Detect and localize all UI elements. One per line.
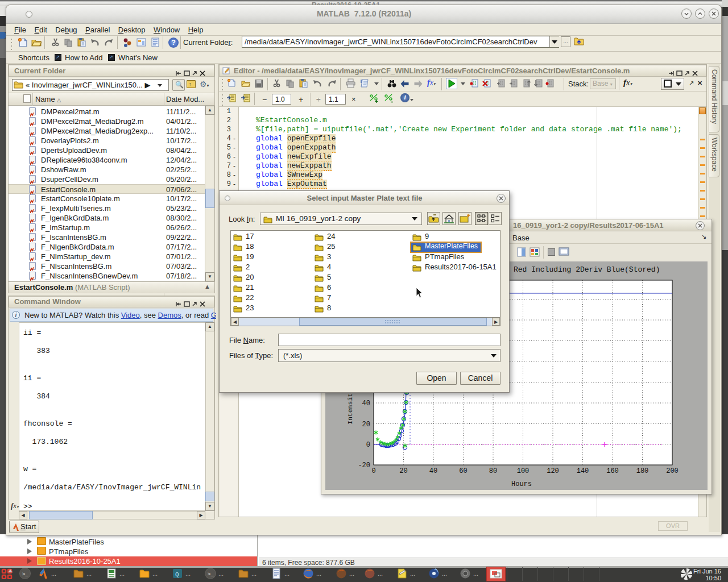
svg-text:140: 140 xyxy=(577,467,589,475)
svg-text:>_: >_ xyxy=(22,572,28,577)
svg-text:180: 180 xyxy=(636,467,649,475)
svg-text:200: 200 xyxy=(666,467,679,475)
svg-text:-20: -20 xyxy=(358,462,370,469)
svg-text:40: 40 xyxy=(429,467,437,475)
svg-text:Q: Q xyxy=(175,571,179,578)
svg-text:0: 0 xyxy=(366,441,370,449)
svg-text:40: 40 xyxy=(362,400,370,408)
svg-text:20: 20 xyxy=(399,467,407,475)
svg-text:100: 100 xyxy=(517,467,530,475)
svg-text:160: 160 xyxy=(606,467,619,475)
svg-text:>_: >_ xyxy=(208,572,214,577)
svg-text:80: 80 xyxy=(489,467,497,475)
svg-text:Red Including 2Deriv Blue(Stor: Red Including 2Deriv Blue(Stored) xyxy=(514,265,660,274)
svg-text:0: 0 xyxy=(371,467,375,475)
svg-text:Intensity: Intensity xyxy=(346,389,354,425)
svg-text:120: 120 xyxy=(547,467,559,475)
svg-text:60: 60 xyxy=(459,467,467,475)
svg-text:Hours: Hours xyxy=(511,480,532,488)
svg-text:20: 20 xyxy=(362,421,370,429)
